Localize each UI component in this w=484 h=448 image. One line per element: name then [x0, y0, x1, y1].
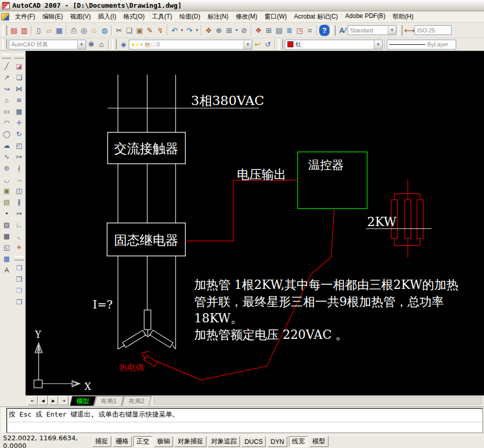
open-icon[interactable]: ▱ [44, 25, 54, 36]
table-icon[interactable]: ▦ [1, 253, 12, 264]
toggle-极轴[interactable]: 极轴 [154, 436, 173, 447]
toggle-对象追踪[interactable]: 对象追踪 [208, 436, 240, 447]
ellipse-arc-icon[interactable]: ◡ [1, 174, 12, 185]
send-to-back-icon[interactable]: ❒ [13, 273, 25, 285]
menu-item-窗口(W)[interactable]: 窗口(W) [261, 11, 290, 22]
arc-icon[interactable]: ◠ [1, 117, 12, 128]
properties-icon[interactable]: ❖ [253, 25, 264, 36]
plot-preview-icon[interactable]: ◎ [79, 25, 89, 36]
menu-item-插入(I)[interactable]: 插入(I) [94, 11, 119, 22]
gradient-icon[interactable]: ▩ [1, 230, 12, 242]
menu-item-绘图(D)[interactable]: 绘图(D) [176, 11, 204, 22]
menu-item-Acrobat 标记(C)[interactable]: Acrobat 标记(C) [290, 11, 341, 22]
toolbar-grip[interactable] [14, 256, 24, 261]
layers-icon[interactable]: ◈ [118, 39, 129, 50]
help-icon[interactable]: ? [319, 25, 330, 36]
polygon-icon[interactable]: ⌂ [1, 94, 12, 106]
break-at-point-icon[interactable]: ∦ [13, 196, 25, 208]
toggle-对象捕捉[interactable]: 对象捕捉 [175, 436, 206, 447]
color-combo[interactable]: 红 ▼ [285, 40, 383, 49]
toolbar-grip[interactable] [398, 25, 403, 36]
toggle-正交[interactable]: 正交 [133, 436, 152, 447]
quickcalc-icon[interactable]: ⌗ [305, 25, 315, 36]
break-icon[interactable]: ◫ [13, 185, 25, 196]
undo-icon[interactable]: ↶ [169, 25, 180, 36]
layout-scrollbar[interactable] [153, 397, 482, 405]
menu-item-工具(T)[interactable]: 工具(T) [148, 11, 176, 22]
menu-item-格式(O)[interactable]: 格式(O) [120, 11, 148, 22]
pdf-review-icon[interactable]: ▥ [19, 25, 29, 36]
erase-icon[interactable]: ◪ [13, 60, 25, 72]
chevron-down-icon[interactable]: ▼ [374, 40, 382, 49]
bring-to-front-icon[interactable]: ❒ [13, 262, 25, 273]
menu-item-Adobe PDF(B)[interactable]: Adobe PDF(B) [341, 11, 389, 22]
last-tab-button[interactable]: ⇥ [59, 396, 68, 405]
workspace-settings-icon[interactable]: ❋ [86, 39, 96, 50]
menu-item-帮助(H)[interactable]: 帮助(H) [389, 11, 417, 22]
dim-style-combo[interactable]: ISO-25 [414, 25, 452, 35]
ellipse-icon[interactable]: ⊜ [1, 162, 12, 174]
chevron-down-icon[interactable]: ▼ [244, 40, 252, 49]
toolbar-grip[interactable] [3, 39, 7, 49]
join-icon[interactable]: ↣ [13, 208, 25, 219]
toolbar-grip[interactable] [112, 39, 117, 49]
web-icon[interactable]: ◍ [99, 25, 110, 36]
fillet-icon[interactable]: ◟ [13, 230, 25, 242]
hatch-icon[interactable]: ▨ [1, 219, 12, 230]
toolbar-grip[interactable] [279, 39, 283, 49]
toggle-栅格[interactable]: 栅格 [113, 436, 132, 447]
toggle-捕捉[interactable]: 捕捉 [92, 436, 111, 447]
offset-icon[interactable]: ≋ [13, 94, 25, 106]
redo-icon[interactable]: ↷ [184, 25, 195, 36]
next-tab-button[interactable]: ▶ [48, 396, 58, 405]
first-tab-button[interactable]: ⇤ [28, 396, 38, 405]
bring-above-objects-icon[interactable]: ❒ [13, 285, 25, 296]
chamfer-icon[interactable]: ∟ [13, 219, 25, 230]
rotate-icon[interactable]: ↻ [13, 128, 25, 140]
spline-icon[interactable]: ∿ [1, 151, 12, 162]
tab-布局2[interactable]: 布局2 [122, 396, 151, 406]
insert-block-icon[interactable]: ▣ [1, 185, 12, 196]
make-block-icon[interactable]: ▤ [1, 196, 12, 208]
text-style-combo[interactable]: Standard ▼ [348, 25, 396, 35]
menu-item-标注(N)[interactable]: 标注(N) [204, 11, 232, 22]
explode-icon[interactable]: ✳ [13, 242, 25, 253]
chevron-down-icon[interactable]: ▼ [388, 26, 396, 35]
pan-icon[interactable]: ✥ [203, 25, 214, 36]
designcenter-icon[interactable]: ⊞ [264, 25, 274, 36]
pdf-convert-icon[interactable]: ▤ [9, 25, 19, 36]
construction-line-icon[interactable]: ↗ [1, 72, 12, 83]
new-icon[interactable]: ▯ [33, 25, 44, 36]
region-icon[interactable]: ◱ [1, 242, 12, 253]
toggle-线宽[interactable]: 线宽 [289, 436, 308, 447]
menu-item-文件(F)[interactable]: 文件(F) [11, 11, 39, 22]
circle-icon[interactable]: ◯ [1, 128, 12, 140]
my-workspace-icon[interactable]: ⌂ [96, 39, 107, 50]
block-editor-icon[interactable]: ↯ [155, 25, 165, 36]
tool-palettes-icon[interactable]: ▤ [274, 25, 284, 36]
markup-set-manager-icon[interactable]: ◳ [295, 25, 305, 36]
chevron-down-icon[interactable]: ▼ [195, 25, 199, 36]
match-properties-icon[interactable]: ✎ [145, 25, 155, 36]
array-icon[interactable]: ▦ [13, 106, 25, 117]
zoom-window-icon[interactable]: ⊞ [224, 25, 234, 36]
scale-icon[interactable]: ◰ [13, 140, 25, 151]
chevron-down-icon[interactable]: ▼ [234, 25, 239, 36]
drawing-canvas[interactable]: 3相380VAC 交流接触器 固态继电器 电压输出 温控器 2KW I=? 热电… [26, 51, 484, 395]
command-text-area[interactable]: 按 Esc 或 Enter 键退出, 或单击右键显示快捷菜单。 [6, 408, 483, 433]
toggle-DUCS[interactable]: DUCS [241, 436, 266, 447]
point-icon[interactable]: • [1, 208, 12, 219]
polyline-icon[interactable]: ↝ [1, 83, 12, 94]
mirror-icon[interactable]: ⋈ [13, 83, 25, 94]
copy-object-icon[interactable]: ❏ [13, 72, 25, 83]
multiline-text-icon[interactable]: A [1, 264, 12, 275]
workspace-combo[interactable]: AutoCAD 经典 ▼ [9, 40, 86, 49]
prev-tab-button[interactable]: ◀ [38, 396, 48, 405]
extend-icon[interactable]: → [13, 174, 25, 185]
sheet-set-manager-icon[interactable]: ≣ [284, 25, 295, 36]
dim-style-icon[interactable]: ⟷ [404, 25, 414, 36]
chevron-down-icon[interactable]: ▼ [180, 25, 184, 36]
menu-item-修改(M)[interactable]: 修改(M) [232, 11, 261, 22]
cut-icon[interactable]: ✂ [114, 25, 124, 36]
linetype-combo[interactable]: ByLayer [387, 40, 456, 49]
